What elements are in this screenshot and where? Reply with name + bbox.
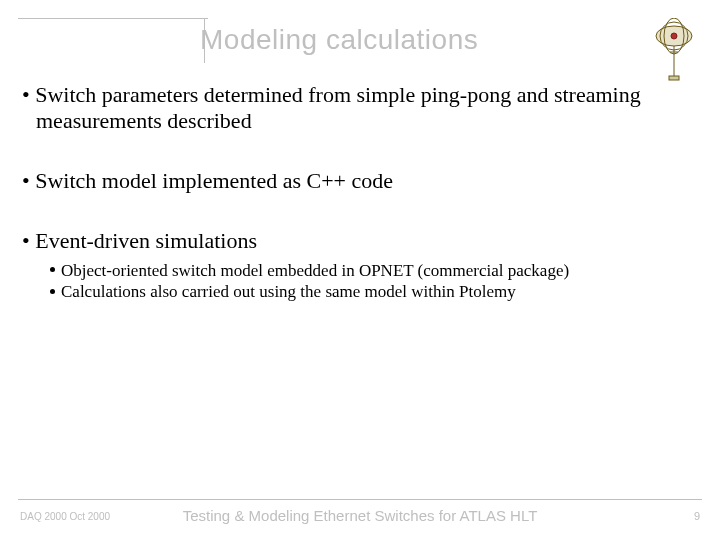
slide-body: Switch parameters determined from simple… (22, 82, 662, 302)
bullet-1: Switch parameters determined from simple… (22, 82, 662, 134)
svg-point-3 (671, 33, 677, 39)
bullet-2: Switch model implemented as C++ code (22, 168, 662, 194)
bullet-3-sublist: Object-oriented switch model embedded in… (50, 260, 662, 303)
bullet-2-text: Switch model implemented as C++ code (35, 168, 393, 193)
sub-bullet-1: Object-oriented switch model embedded in… (50, 260, 662, 281)
page-number: 9 (694, 510, 700, 522)
bullet-1-text: Switch parameters determined from simple… (35, 82, 640, 133)
sub-bullet-2-text: Calculations also carried out using the … (61, 282, 516, 301)
slide: Modeling calculations Switch parameters … (0, 0, 720, 540)
sub-bullet-2: Calculations also carried out using the … (50, 281, 662, 302)
footer-center: Testing & Modeling Ethernet Switches for… (0, 507, 720, 524)
bullet-dot-icon (50, 289, 55, 294)
sub-bullet-1-text: Object-oriented switch model embedded in… (61, 261, 569, 280)
footer-rule (18, 499, 702, 500)
bullet-dot-icon (50, 267, 55, 272)
atlas-detector-icon (652, 18, 696, 82)
bullet-3-text: Event-driven simulations (35, 228, 257, 253)
slide-title: Modeling calculations (200, 24, 478, 56)
bullet-3: Event-driven simulations (22, 228, 662, 254)
title-rule-top (18, 18, 208, 19)
svg-rect-6 (669, 76, 679, 80)
